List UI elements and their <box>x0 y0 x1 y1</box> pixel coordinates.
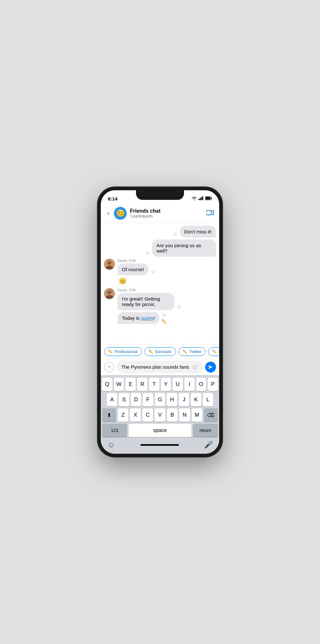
message-bubble: Of course! <box>117 263 148 275</box>
wifi-icon <box>192 196 197 201</box>
svg-point-16 <box>108 292 109 294</box>
message-bubble: I'm great!! Getting ready for picnic. <box>117 293 174 310</box>
svg-point-17 <box>110 292 111 293</box>
message-row: Sarah, 2:58 I'm great!! Getting ready fo… <box>104 288 216 324</box>
key-e[interactable]: E <box>125 378 136 391</box>
key-b[interactable]: B <box>167 408 178 422</box>
keyboard-bottom-row: 123 space return <box>102 424 218 437</box>
chat-info: Friends chat 3 participants <box>130 208 203 218</box>
message-text: I'm great!! Getting ready for picnic. <box>122 296 160 307</box>
message-row: Sarah, 2:54 Of course! ☺ 😊 <box>104 259 216 286</box>
return-key[interactable]: return <box>193 424 218 437</box>
key-h[interactable]: H <box>167 393 177 406</box>
reaction-icon[interactable]: ☺ <box>150 269 156 275</box>
message-text-suffix: ! <box>154 315 155 321</box>
chat-participants: 3 participants <box>130 214 203 218</box>
key-n[interactable]: N <box>179 408 190 422</box>
key-m[interactable]: M <box>192 408 202 422</box>
key-p[interactable]: P <box>208 378 218 391</box>
keyboard: Q W E R T Y U I O P A S D F G H J K <box>101 375 219 454</box>
sender-info: Sarah, 2:54 <box>117 259 156 263</box>
key-v[interactable]: V <box>155 408 165 422</box>
key-w[interactable]: W <box>114 378 124 391</box>
message-bubble: Don't miss it! <box>180 226 216 238</box>
chat-avatar: 😊 <box>114 207 127 220</box>
suggestion-sarcastic[interactable]: ✏️ Sarcastic <box>144 347 176 356</box>
key-j[interactable]: J <box>179 393 189 406</box>
send-button[interactable] <box>205 362 216 373</box>
chat-header: ‹ 😊 Friends chat 3 participants <box>101 204 219 223</box>
suggestion-formal[interactable]: ✏️ Formal <box>208 347 219 356</box>
svg-rect-5 <box>211 197 212 199</box>
keyboard-row-1: Q W E R T Y U I O P <box>102 378 218 391</box>
chat-name: Friends chat <box>130 208 203 214</box>
delete-key[interactable]: ⌫ <box>204 408 218 422</box>
keyboard-emoji-icon[interactable]: ☺ <box>107 440 115 449</box>
svg-rect-7 <box>206 210 211 215</box>
key-u[interactable]: U <box>172 378 183 391</box>
key-d[interactable]: D <box>131 393 141 406</box>
key-o[interactable]: O <box>196 378 206 391</box>
shift-key[interactable]: ⬆ <box>102 408 116 422</box>
messages-area: ☺ Don't miss it! ☺ Are you joining us as… <box>101 223 219 344</box>
svg-point-11 <box>108 263 109 264</box>
pencil-icon: ✏️ <box>212 349 217 354</box>
back-button[interactable]: ‹ <box>106 208 111 219</box>
suggestion-professional[interactable]: ✏️ Professional <box>104 347 142 356</box>
message-input[interactable] <box>121 364 189 370</box>
emoji-picker-button[interactable]: ☺ <box>192 363 198 371</box>
status-time: 8:14 <box>108 196 117 201</box>
microphone-icon[interactable]: 🎤 <box>204 441 213 449</box>
key-z[interactable]: Z <box>118 408 128 422</box>
sender-info: Sarah, 2:58 <box>117 288 181 292</box>
home-bar <box>140 444 179 446</box>
message-text: Don't miss it! <box>184 229 212 234</box>
phone-frame: 8:14 ‹ 😊 Friends chat 3 partici <box>98 187 222 457</box>
key-a[interactable]: A <box>107 393 117 406</box>
key-t[interactable]: T <box>149 378 159 391</box>
key-f[interactable]: F <box>143 393 153 406</box>
key-x[interactable]: X <box>130 408 140 422</box>
reaction-icon[interactable]: ☺ <box>176 304 181 310</box>
chat-avatar-emoji: 😊 <box>116 209 125 217</box>
key-l[interactable]: L <box>203 393 213 406</box>
suggestion-label: Professional <box>115 349 138 354</box>
suggestion-twitter[interactable]: ✏️ Twitter <box>179 347 205 356</box>
keyboard-row-3: ⬆ Z X C V B N M ⌫ <box>102 408 218 422</box>
key-k[interactable]: K <box>191 393 201 406</box>
key-y[interactable]: Y <box>161 378 171 391</box>
message-text: Are you joining us as well? <box>156 243 201 254</box>
message-column: Sarah, 2:58 I'm great!! Getting ready fo… <box>117 288 181 324</box>
attachment-button[interactable]: + <box>104 362 114 372</box>
reaction-icon[interactable]: ☺ <box>172 231 178 237</box>
svg-rect-3 <box>202 196 203 200</box>
signal-icon <box>198 196 204 201</box>
numbers-key[interactable]: 123 <box>102 424 127 437</box>
key-q[interactable]: Q <box>102 378 112 391</box>
pencil-icon: ✏️ <box>183 349 188 354</box>
svg-rect-1 <box>200 198 201 200</box>
keyboard-bottom-icons: ☺ 🎤 <box>102 438 218 452</box>
key-c[interactable]: C <box>142 408 153 422</box>
reaction-icon[interactable]: ☺ <box>145 250 150 256</box>
message-link[interactable]: sunny <box>141 315 154 321</box>
message-bubble: Today is sunny! <box>117 312 159 324</box>
message-text: Of course! <box>122 267 144 272</box>
key-s[interactable]: S <box>119 393 129 406</box>
svg-rect-0 <box>198 199 199 200</box>
space-key[interactable]: space <box>129 424 191 437</box>
key-i[interactable]: I <box>184 378 195 391</box>
video-call-button[interactable] <box>206 210 214 217</box>
sender-avatar <box>104 288 115 299</box>
reaction-icon[interactable]: ☺ <box>161 312 166 318</box>
notch <box>136 190 184 200</box>
edit-icon[interactable]: ✏️ <box>162 319 167 324</box>
suggestion-label: Formal <box>219 349 219 354</box>
input-area: + ☺ <box>101 358 219 375</box>
battery-icon <box>205 196 212 201</box>
input-bubble: ☺ <box>117 361 203 373</box>
status-icons <box>192 196 212 201</box>
suggestion-label: Sarcastic <box>155 349 172 354</box>
key-g[interactable]: G <box>155 393 165 406</box>
key-r[interactable]: R <box>137 378 148 391</box>
